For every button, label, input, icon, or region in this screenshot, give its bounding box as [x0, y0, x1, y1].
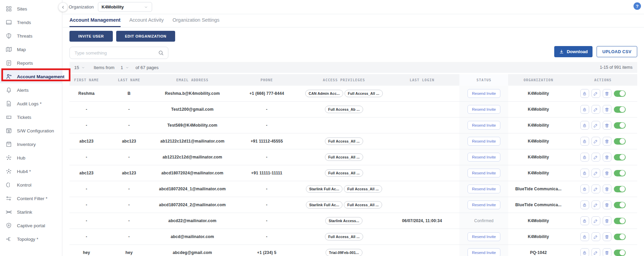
sidebar-item-reports[interactable]: Reports	[0, 56, 62, 70]
edit-button[interactable]	[591, 200, 600, 209]
resend-invite-button[interactable]: Resend Invite	[468, 153, 500, 162]
delete-button[interactable]	[603, 169, 611, 177]
edit-button[interactable]	[591, 216, 600, 225]
sidebar-item-inventory[interactable]: Inventory	[0, 137, 62, 151]
resend-invite-button[interactable]: Resend Invite	[468, 169, 500, 177]
prev-page-button[interactable]	[167, 65, 172, 70]
cell-access-privileges: Full Access_Ab ...	[303, 106, 385, 113]
sidebar-item-topology[interactable]: Topology *	[0, 232, 62, 246]
upload-csv-button[interactable]: UPLOAD CSV	[597, 46, 637, 57]
page-select[interactable]: 1	[121, 65, 129, 70]
edit-button[interactable]	[591, 248, 600, 256]
status-toggle[interactable]	[614, 234, 626, 240]
delete-button[interactable]	[603, 153, 611, 162]
cell-access-privileges: CAN Admin Acc...Full Access_All ...	[303, 90, 385, 97]
delete-button[interactable]	[603, 200, 611, 209]
sidebar-item-threats[interactable]: Threats	[0, 29, 62, 43]
sidebar-item-map[interactable]: Map	[0, 43, 62, 56]
lock-button[interactable]	[580, 248, 589, 256]
sidebar-collapse-button[interactable]	[58, 2, 68, 12]
people-icon	[5, 73, 12, 80]
delete-button[interactable]	[603, 121, 611, 130]
table-row: Reshma B Reshma.b@K4mobility.com +1 (666…	[69, 86, 637, 102]
sidebar-item-captive-portal[interactable]: Captive portal	[0, 219, 62, 232]
lock-button[interactable]	[580, 121, 589, 130]
edit-button[interactable]	[591, 121, 600, 130]
status-toggle[interactable]	[614, 122, 626, 129]
sidebar-item-hub[interactable]: Hub	[0, 151, 62, 165]
sidebar-item-alerts[interactable]: Alerts	[0, 83, 62, 97]
sidebar-item-content-filter[interactable]: Content Filter *	[0, 192, 62, 205]
lock-button[interactable]	[580, 216, 589, 225]
sidebar-item-audit-logs[interactable]: Audit Logs *	[0, 97, 62, 110]
edit-button[interactable]	[591, 232, 600, 241]
chevron-down-icon	[81, 65, 85, 70]
resend-invite-button[interactable]: Resend Invite	[468, 232, 500, 241]
table-row: abc123 abc123 ab12122c12d11@mailinator.c…	[69, 133, 637, 149]
edit-button[interactable]	[591, 89, 600, 98]
sidebar-item-kontrol[interactable]: Kontrol	[0, 178, 62, 192]
edit-organization-button[interactable]: EDIT ORGANIZATION	[116, 31, 175, 42]
delete-button[interactable]	[603, 216, 611, 225]
sidebar-item-label: Topology *	[17, 237, 38, 242]
sidebar-item-tickets[interactable]: Tickets	[0, 110, 62, 124]
status-toggle[interactable]	[614, 90, 626, 97]
lock-button[interactable]	[580, 232, 589, 241]
cell-actions	[568, 169, 637, 177]
resend-invite-button[interactable]: Resend Invite	[468, 121, 500, 130]
cell-organization: K4Mobility	[508, 171, 568, 175]
download-button[interactable]: Download	[554, 46, 593, 57]
delete-button[interactable]	[603, 185, 611, 193]
status-toggle[interactable]	[614, 202, 626, 208]
lock-button[interactable]	[580, 185, 589, 193]
resend-invite-button[interactable]: Resend Invite	[468, 137, 500, 146]
edit-button[interactable]	[591, 169, 600, 177]
status-toggle[interactable]	[614, 138, 626, 145]
status-toggle[interactable]	[614, 170, 626, 176]
status-toggle[interactable]	[614, 106, 626, 113]
tab-organization-settings[interactable]: Organization Settings	[172, 17, 220, 27]
help-button[interactable]: ?	[633, 2, 641, 10]
resend-invite-button[interactable]: Resend Invite	[468, 185, 500, 193]
next-page-button[interactable]	[175, 65, 180, 70]
search-input[interactable]	[74, 50, 158, 56]
status-toggle[interactable]	[614, 218, 626, 224]
lock-button[interactable]	[580, 89, 589, 98]
delete-button[interactable]	[603, 105, 611, 114]
lock-button[interactable]	[580, 105, 589, 114]
status-toggle[interactable]	[614, 250, 626, 256]
resend-invite-button[interactable]: Resend Invite	[468, 248, 500, 256]
edit-button[interactable]	[591, 185, 600, 193]
delete-button[interactable]	[603, 137, 611, 146]
page-size-select[interactable]: 15	[74, 65, 85, 70]
privilege-chip: CAN Admin Acc...	[305, 90, 343, 97]
lock-button[interactable]	[580, 153, 589, 162]
delete-button[interactable]	[603, 232, 611, 241]
lock-button[interactable]	[580, 169, 589, 177]
resend-invite-button[interactable]: Resend Invite	[468, 200, 500, 209]
edit-button[interactable]	[591, 105, 600, 114]
sidebar-item-sites[interactable]: Sites	[0, 2, 62, 16]
resend-invite-button[interactable]: Resend Invite	[468, 105, 500, 114]
organization-select[interactable]: K4Mobility	[98, 2, 152, 12]
sidebar-item-s-w-configuration[interactable]: S/W Configuration	[0, 124, 62, 137]
delete-button[interactable]	[603, 248, 611, 256]
status-toggle[interactable]	[614, 186, 626, 192]
sidebar-nav: Sites Trends Threats Map Reports Account…	[0, 2, 62, 246]
lock-button[interactable]	[580, 137, 589, 146]
tools-row: Download UPLOAD CSV	[69, 46, 637, 59]
lock-button[interactable]	[580, 200, 589, 209]
edit-button[interactable]	[591, 137, 600, 146]
sidebar-item-hub4[interactable]: Hub4 *	[0, 165, 62, 178]
invite-user-button[interactable]: INVITE USER	[69, 31, 113, 42]
edit-button[interactable]	[591, 153, 600, 162]
sidebar-item-account-management[interactable]: Account Management	[0, 70, 62, 83]
status-toggle[interactable]	[614, 154, 626, 161]
delete-button[interactable]	[603, 89, 611, 98]
cell-last-name: -	[104, 155, 155, 159]
sidebar-item-starlink[interactable]: Starlink	[0, 205, 62, 219]
resend-invite-button[interactable]: Resend Invite	[468, 89, 500, 98]
tab-account-management[interactable]: Account Management	[69, 17, 121, 27]
tab-account-activity[interactable]: Account Activity	[129, 17, 164, 27]
sidebar-item-trends[interactable]: Trends	[0, 16, 62, 29]
